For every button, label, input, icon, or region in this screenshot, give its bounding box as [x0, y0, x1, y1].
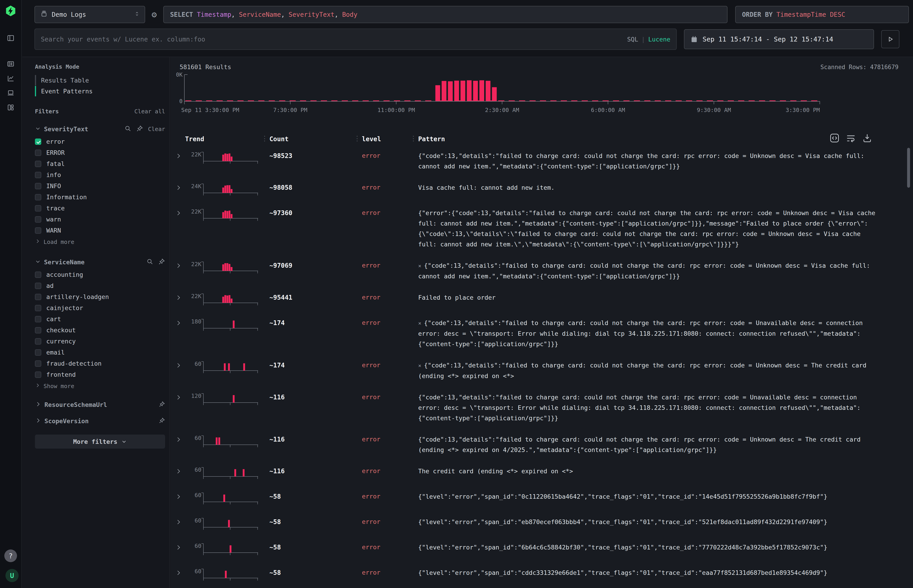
checkbox[interactable]: [35, 327, 41, 333]
pattern-cell[interactable]: {"level":"error","span_id":"eb870ecef063…: [418, 517, 881, 527]
pattern-cell[interactable]: Failed to place order: [418, 292, 881, 303]
view-code-icon[interactable]: [830, 133, 840, 144]
checkbox[interactable]: [35, 205, 41, 212]
pin-icon[interactable]: [159, 401, 165, 408]
checkbox[interactable]: [35, 172, 41, 178]
pattern-cell[interactable]: The credit card (ending <*> expired on <…: [418, 466, 881, 477]
row-expand-chevron-icon[interactable]: [175, 151, 185, 160]
user-avatar[interactable]: U: [5, 569, 19, 582]
checkbox[interactable]: [35, 150, 41, 156]
filter-option-Information[interactable]: Information: [35, 192, 165, 203]
row-expand-chevron-icon[interactable]: [175, 318, 185, 327]
analysis-mode-results-table[interactable]: Results Table: [35, 75, 165, 86]
row-expand-chevron-icon[interactable]: [175, 392, 185, 402]
filter-group-ScopeVersion[interactable]: ScopeVersion: [35, 417, 165, 425]
analysis-mode-event-patterns[interactable]: Event Patterns: [35, 86, 165, 96]
sessions-icon[interactable]: [6, 89, 15, 97]
pin-icon[interactable]: [158, 258, 165, 266]
filter-option-cart[interactable]: cart: [35, 313, 165, 325]
dashboards-icon[interactable]: [6, 103, 15, 112]
show-more-button[interactable]: Show more: [35, 380, 165, 392]
checkbox[interactable]: [35, 194, 41, 200]
row-expand-chevron-icon[interactable]: [175, 260, 185, 270]
checkbox[interactable]: [35, 372, 41, 378]
pattern-cell[interactable]: {"level":"error","span_id":"6b64c6c58842…: [418, 542, 881, 552]
row-expand-chevron-icon[interactable]: [175, 292, 185, 302]
pattern-cell[interactable]: {"code":13,"details":"failed to charge c…: [418, 434, 881, 455]
column-drag-handle-icon[interactable]: ⋮: [261, 134, 268, 142]
checkbox[interactable]: [35, 349, 41, 355]
search-input[interactable]: Search your events w/ Lucene ex. column:…: [34, 29, 677, 50]
row-expand-chevron-icon[interactable]: [175, 517, 185, 527]
chart-explorer-icon[interactable]: [6, 74, 15, 83]
checkbox[interactable]: [35, 294, 41, 300]
events-histogram[interactable]: 80K0Sep 11 3:30:00 PM7:30:00 PM11:00:00 …: [176, 72, 898, 124]
row-expand-chevron-icon[interactable]: [175, 568, 185, 577]
row-expand-chevron-icon[interactable]: [175, 183, 185, 192]
pattern-cell[interactable]: {"level":"error","span_id":"cddc331329e6…: [418, 568, 881, 578]
scrollbar-thumb[interactable]: [907, 148, 910, 188]
pattern-cell[interactable]: ×{"code":13,"details":"failed to charge …: [418, 318, 881, 349]
chevron-down-icon[interactable]: [35, 126, 41, 132]
row-expand-chevron-icon[interactable]: [175, 360, 185, 370]
filter-option-info[interactable]: info: [35, 169, 165, 181]
column-header-trend[interactable]: Trend: [185, 135, 269, 143]
time-range-picker[interactable]: Sep 11 15:47:14 - Sep 12 15:47:14: [684, 29, 874, 49]
filter-option-artillery-loadgen[interactable]: artillery-loadgen: [35, 291, 165, 302]
checkbox[interactable]: [35, 283, 41, 289]
clear-all-filters-button[interactable]: Clear all: [134, 108, 165, 115]
filter-option-currency[interactable]: currency: [35, 336, 165, 347]
filter-option-ad[interactable]: ad: [35, 280, 165, 291]
filter-option-frontend[interactable]: frontend: [35, 369, 165, 380]
column-header-count[interactable]: ⋮Count: [269, 135, 362, 143]
pattern-cell[interactable]: ×{"code":13,"details":"failed to charge …: [418, 360, 881, 381]
select-clause-input[interactable]: SELECT Timestamp, ServiceName, SeverityT…: [163, 6, 727, 23]
row-expand-chevron-icon[interactable]: [175, 491, 185, 501]
filter-option-warn[interactable]: warn: [35, 214, 165, 225]
column-header-pattern[interactable]: ⋮Pattern: [418, 135, 898, 143]
clear-group-button[interactable]: Clear: [148, 126, 165, 132]
checkbox[interactable]: [35, 316, 41, 322]
run-query-button[interactable]: [881, 30, 899, 48]
checkbox[interactable]: [35, 271, 41, 278]
checkbox[interactable]: [35, 161, 41, 167]
pattern-cell[interactable]: {"code":13,"details":"failed to charge c…: [418, 392, 881, 423]
sidebar-toggle-icon[interactable]: [6, 34, 15, 43]
source-settings-gear-icon[interactable]: ⚙: [147, 10, 162, 19]
search-icon[interactable]: [146, 258, 153, 266]
checkbox[interactable]: [35, 227, 41, 234]
row-expand-chevron-icon[interactable]: [175, 434, 185, 444]
row-expand-chevron-icon[interactable]: [175, 208, 185, 217]
filter-option-fraud-detection[interactable]: fraud-detection: [35, 358, 165, 369]
pin-icon[interactable]: [136, 125, 143, 133]
lang-sql-toggle[interactable]: SQL: [627, 36, 638, 43]
lang-lucene-toggle[interactable]: Lucene: [648, 36, 670, 43]
checkbox[interactable]: [35, 338, 41, 344]
pin-icon[interactable]: [159, 417, 165, 425]
search-icon[interactable]: [125, 125, 131, 133]
row-expand-chevron-icon[interactable]: [175, 542, 185, 552]
hyperdx-logo-icon[interactable]: [5, 5, 16, 17]
load-more-button[interactable]: Load more: [35, 236, 165, 248]
checkbox[interactable]: [35, 139, 41, 145]
pattern-cell[interactable]: {"error":{"code":13,"details":"failed to…: [418, 208, 881, 250]
help-button[interactable]: ?: [4, 549, 17, 562]
filter-option-checkout[interactable]: checkout: [35, 325, 165, 336]
filter-option-INFO[interactable]: INFO: [35, 181, 165, 192]
column-drag-handle-icon[interactable]: ⋮: [354, 134, 361, 142]
checkbox[interactable]: [35, 360, 41, 367]
filter-option-email[interactable]: email: [35, 347, 165, 358]
filter-option-fatal[interactable]: fatal: [35, 158, 165, 169]
checkbox[interactable]: [35, 305, 41, 311]
wrap-text-icon[interactable]: [846, 133, 856, 144]
chevron-down-icon[interactable]: [35, 258, 41, 265]
filter-group-ResourceSchemaUrl[interactable]: ResourceSchemaUrl: [35, 401, 165, 408]
source-select[interactable]: Demo Logs: [34, 6, 145, 23]
filter-option-WARN[interactable]: WARN: [35, 225, 165, 236]
pattern-cell[interactable]: Visa cache full: cannot add new item.: [418, 183, 881, 193]
more-filters-button[interactable]: More filters: [35, 435, 165, 449]
pattern-cell[interactable]: ×{"code":13,"details":"failed to charge …: [418, 260, 881, 281]
filter-option-ERROR[interactable]: ERROR: [35, 147, 165, 158]
checkbox[interactable]: [35, 183, 41, 189]
filter-option-trace[interactable]: trace: [35, 203, 165, 214]
